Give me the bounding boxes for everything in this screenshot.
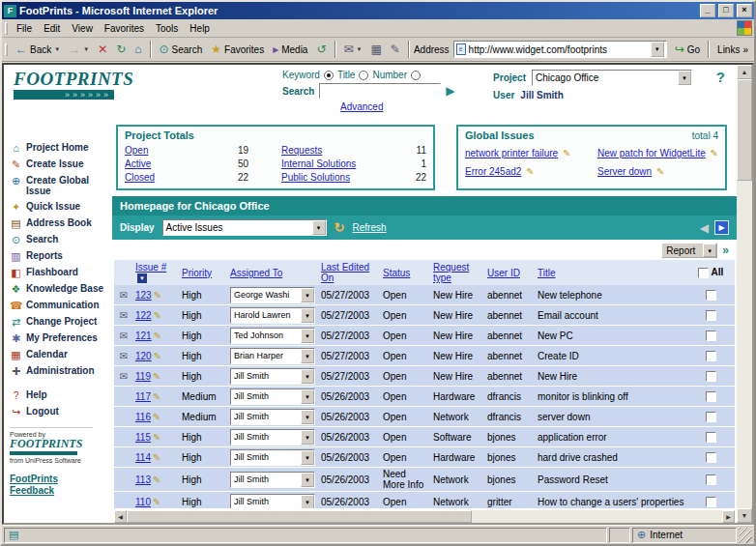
title-radio[interactable]	[359, 71, 368, 80]
assigned-to-select[interactable]: Harold Lawren ▼	[230, 307, 315, 324]
sort-icon[interactable]: ▼	[137, 273, 147, 283]
feedback-link[interactable]: FootPrints Feedback	[10, 474, 77, 497]
go-button[interactable]: ↪ Go	[671, 42, 704, 57]
stop-button[interactable]: ✕	[94, 42, 111, 57]
edit-pencil-icon[interactable]: ✎	[153, 452, 160, 463]
horizontal-scroll-track[interactable]	[127, 510, 722, 523]
assigned-to-select[interactable]: Jill Smith ▼	[230, 494, 315, 508]
total-link[interactable]: Public Solutions	[281, 172, 350, 183]
search-go-icon[interactable]: ▶	[446, 84, 454, 98]
assigned-to-select[interactable]: Jill Smith ▼	[230, 388, 315, 405]
vertical-scroll-thumb[interactable]	[737, 79, 752, 181]
chevron-down-icon[interactable]: ▼	[678, 71, 691, 85]
print-button[interactable]: ▦	[367, 42, 386, 57]
issue-link[interactable]: 116	[135, 412, 151, 422]
chevron-down-icon[interactable]: ▼	[301, 473, 314, 487]
row-checkbox[interactable]	[706, 412, 716, 422]
refresh-button[interactable]: ↻	[112, 42, 130, 57]
sidebar-item[interactable]: ✱ My Preferences	[10, 332, 110, 344]
search-input[interactable]	[319, 83, 441, 99]
toolbar-grip[interactable]	[5, 22, 8, 35]
edit-pencil-icon[interactable]: ✎	[153, 497, 160, 507]
sidebar-item[interactable]: ✎ Create Issue	[10, 158, 110, 170]
edit-pencil-icon[interactable]: ✎	[526, 166, 534, 177]
address-input[interactable]	[469, 44, 648, 55]
edit-pencil-icon[interactable]: ✎	[154, 351, 161, 361]
home-button[interactable]: ⌂	[131, 42, 145, 57]
total-link[interactable]: Closed	[125, 172, 155, 183]
minimize-button[interactable]: _	[700, 4, 715, 17]
issue-link[interactable]: 119	[135, 371, 151, 382]
issue-link[interactable]: 114	[135, 452, 151, 463]
powered-footprints-logo[interactable]: FOOTPRINTS	[10, 438, 93, 450]
chevron-down-icon[interactable]: ▼	[301, 450, 314, 465]
scroll-right-button[interactable]: ▶	[722, 510, 735, 523]
edit-pencil-icon[interactable]: ✎	[656, 166, 664, 177]
edit-button[interactable]: ✎	[387, 42, 404, 57]
keyword-radio[interactable]	[324, 71, 334, 80]
speaker-icon[interactable]: ◀	[700, 221, 709, 235]
sidebar-item[interactable]: ✚ Administration	[10, 365, 110, 377]
row-checkbox[interactable]	[706, 474, 716, 485]
vertical-scroll-track[interactable]	[737, 181, 752, 508]
assigned-to-select[interactable]: Brian Harper ▼	[230, 348, 315, 364]
sidebar-item[interactable]: ◧ Flashboard	[10, 267, 110, 278]
issue-link[interactable]: 121	[135, 330, 152, 341]
sidebar-item[interactable]: ⌂ Project Home	[10, 142, 110, 154]
help-icon[interactable]: ?	[716, 69, 725, 85]
refresh-icon[interactable]: ↻	[334, 220, 345, 235]
address-dropdown-button[interactable]: ▼	[651, 42, 664, 57]
history-button[interactable]: ↺	[312, 42, 330, 57]
scroll-left-button[interactable]: ◀	[114, 510, 127, 523]
row-checkbox[interactable]	[706, 497, 716, 507]
edit-pencil-icon[interactable]: ✎	[153, 391, 160, 402]
issue-link[interactable]: 110	[135, 497, 151, 507]
assigned-to-select[interactable]: George Washi ▼	[230, 287, 315, 303]
edit-pencil-icon[interactable]: ✎	[153, 474, 160, 485]
edit-pencil-icon[interactable]: ✎	[154, 330, 161, 341]
menu-item[interactable]: Tools	[150, 21, 184, 36]
maximize-button[interactable]: □	[718, 4, 734, 17]
assigned-to-select[interactable]: Jill Smith ▼	[230, 368, 315, 385]
edit-pencil-icon[interactable]: ✎	[154, 310, 161, 321]
chevron-down-icon[interactable]: ▼	[301, 495, 314, 508]
mail-button[interactable]: ✉▼	[340, 42, 366, 57]
sidebar-item[interactable]: ❖ Knowledge Base	[10, 283, 110, 295]
row-checkbox[interactable]	[706, 310, 716, 321]
global-issue-link[interactable]: network printer failure	[465, 148, 558, 158]
sidebar-item[interactable]: ⇄ Change Project	[10, 316, 110, 328]
edit-pencil-icon[interactable]: ✎	[153, 432, 160, 443]
menu-item[interactable]: View	[66, 21, 99, 36]
project-select[interactable]: Chicago Office ▼	[532, 70, 692, 86]
chevron-down-icon[interactable]: ▼	[703, 244, 716, 257]
row-checkbox[interactable]	[706, 371, 716, 382]
chevron-down-icon[interactable]: ▼	[301, 410, 314, 424]
menu-item[interactable]: Favorites	[99, 21, 150, 36]
sidebar-item[interactable]: ☎ Communication	[10, 300, 110, 311]
row-checkbox[interactable]	[706, 330, 716, 341]
total-link[interactable]: Internal Solutions	[281, 158, 356, 169]
issue-link[interactable]: 122	[135, 310, 152, 321]
chevron-down-icon[interactable]: ▼	[301, 349, 314, 363]
scroll-down-button[interactable]: ▼	[737, 508, 752, 523]
assigned-to-select[interactable]: Ted Johnson ▼	[230, 328, 315, 344]
edit-pencil-icon[interactable]: ✎	[563, 148, 570, 158]
search-button[interactable]: ⊙ Search	[156, 42, 207, 57]
sidebar-item[interactable]: ▥ Reports	[10, 250, 110, 262]
row-checkbox[interactable]	[706, 351, 716, 361]
edit-pencil-icon[interactable]: ✎	[711, 148, 718, 158]
row-checkbox[interactable]	[706, 391, 716, 402]
issue-link[interactable]: 120	[135, 351, 152, 361]
media-button[interactable]: ▸ Media	[269, 42, 311, 57]
edit-pencil-icon[interactable]: ✎	[153, 412, 160, 422]
sidebar-item-help[interactable]: ? Help	[10, 389, 110, 401]
menu-item[interactable]: File	[11, 21, 38, 36]
chevron-down-icon[interactable]: ▼	[301, 430, 314, 445]
report-select[interactable]: Report ▼	[661, 243, 717, 258]
sidebar-item[interactable]: ⊕ Create Global Issue	[10, 175, 110, 196]
total-link[interactable]: Open	[125, 145, 148, 156]
issue-link[interactable]: 115	[135, 432, 151, 443]
row-checkbox[interactable]	[706, 432, 716, 443]
toolbar-grip[interactable]	[5, 43, 8, 56]
refresh-link[interactable]: Refresh	[352, 222, 386, 233]
